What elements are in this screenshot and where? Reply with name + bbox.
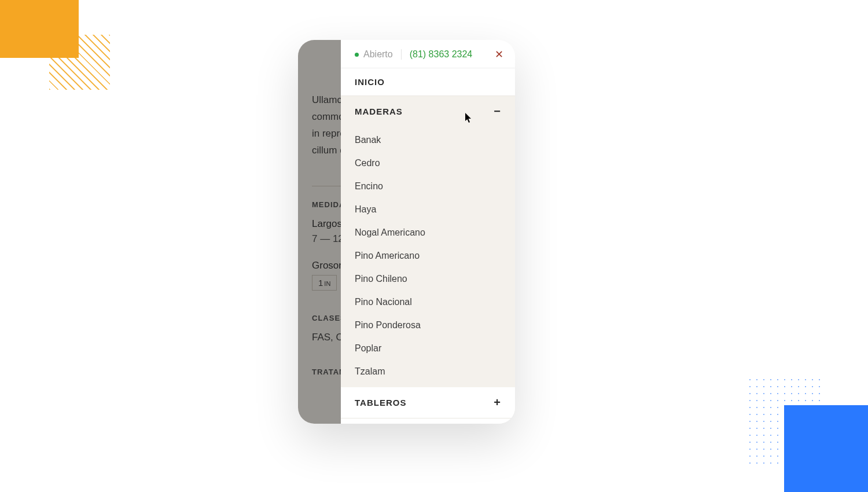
nav-subitem[interactable]: Tzalam <box>341 360 515 387</box>
nav-item-inicio[interactable]: INICIO <box>341 68 515 96</box>
nav-subitem[interactable]: Nogal Americano <box>341 221 515 244</box>
nav-subitem[interactable]: Encino <box>341 175 515 198</box>
nav-subitem[interactable]: Pino Ponderosa <box>341 314 515 337</box>
close-icon[interactable]: ✕ <box>495 49 503 60</box>
nav-subitem[interactable]: Banak <box>341 127 515 152</box>
nav-drawer: Abierto (81) 8363 2324 ✕ INICIO MADERAS … <box>341 40 515 424</box>
dim-overlay[interactable] <box>298 40 341 424</box>
nav-item-tableros[interactable]: TABLEROS + <box>341 387 515 418</box>
decoration-orange-block <box>0 0 79 58</box>
nav-subitem[interactable]: Pino Americano <box>341 244 515 267</box>
nav-subitem[interactable]: Haya <box>341 198 515 221</box>
nav-list: INICIO MADERAS − Banak Cedro Encino Haya… <box>341 68 515 424</box>
separator <box>401 49 402 60</box>
nav-item-ferreteria[interactable]: FERRETERÍA + <box>341 418 515 424</box>
nav-subitem[interactable]: Pino Chileno <box>341 267 515 291</box>
nav-item-label: TABLEROS <box>355 398 406 407</box>
decoration-blue-block <box>784 405 868 492</box>
nav-item-maderas[interactable]: MADERAS − <box>341 96 515 127</box>
nav-subitem[interactable]: Poplar <box>341 337 515 360</box>
nav-submenu-maderas: Banak Cedro Encino Haya Nogal Americano … <box>341 127 515 387</box>
nav-item-label: MADERAS <box>355 107 403 116</box>
expand-icon[interactable]: + <box>494 396 501 409</box>
nav-subitem[interactable]: Cedro <box>341 152 515 175</box>
phone-mockup: Ullamco laboris nisi ut aliquip ex ea co… <box>298 40 515 424</box>
nav-subitem[interactable]: Pino Nacional <box>341 291 515 314</box>
drawer-header: Abierto (81) 8363 2324 ✕ <box>341 40 515 68</box>
nav-item-label: INICIO <box>355 77 385 87</box>
collapse-icon[interactable]: − <box>494 105 501 118</box>
phone-number[interactable]: (81) 8363 2324 <box>410 49 473 60</box>
status-label: Abierto <box>363 49 393 60</box>
status-dot-icon <box>355 53 359 57</box>
